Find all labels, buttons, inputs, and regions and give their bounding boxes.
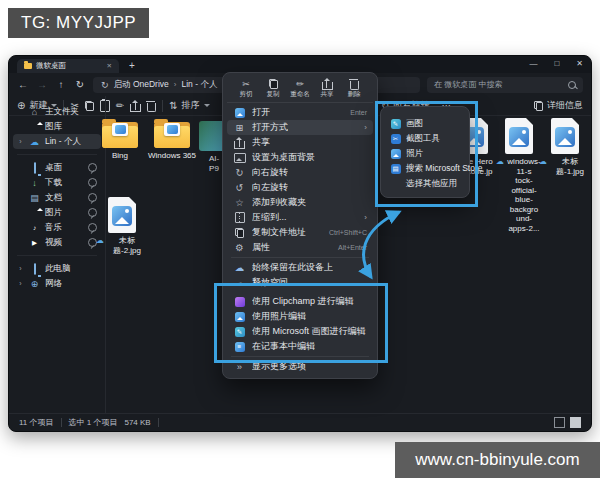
file-bing[interactable]: Bing [95,119,145,161]
menu-item-open[interactable]: 打开 Enter [227,105,373,120]
pin-icon[interactable] [88,163,97,172]
menu-item-set-wallpaper[interactable]: 设置为桌面背景 [227,150,373,165]
pc-icon [29,264,40,274]
sidebar-item-music[interactable]: ♪ 音乐 [13,220,101,235]
menu-item-rotate-left[interactable]: ↺ 向左旋转 [227,180,373,195]
search-input[interactable]: 在 微软桌面 中搜索 [427,77,583,93]
tab-close-icon[interactable]: ✕ [101,62,112,70]
sidebar-item-pictures[interactable]: 图片 [13,205,101,220]
tab-desktop[interactable]: 微软桌面 ✕ [17,59,119,73]
sidebar-item-label: 图库 [45,121,62,133]
sidebar-item-gallery[interactable]: 图库 [13,119,101,134]
wallpaper-icon [233,153,246,163]
sidebar: ⌂ 主文件夹 图库 › ☁ Lin - 个人 桌面 [9,96,106,414]
folder-icon [102,119,138,148]
rename-button[interactable]: ✏ 重命名 [287,78,313,99]
cloud-status-icon: ☁ [496,157,504,166]
chevron-right-icon[interactable]: › [17,265,24,272]
sidebar-item-label: 下载 [45,177,62,189]
menu-item-share[interactable]: 共享 [227,135,373,150]
tab-bar: 微软桌面 ✕ + — □ ✕ [9,56,591,73]
folder-icon [154,119,190,148]
rotate-left-icon: ↺ [233,183,246,193]
menu-item-rotate-right[interactable]: ↻ 向右旋转 [227,165,373,180]
file-untitled1[interactable]: ☁未标题-1.jpg [539,118,591,176]
copy-button[interactable]: 复制 [260,78,286,99]
back-arrow-icon[interactable]: ← [17,79,29,90]
item-count: 11 个项目 [19,417,54,428]
sidebar-item-label: Lin - 个人 [45,136,81,148]
rotate-right-icon: ↻ [233,168,246,178]
page: TG: MYYJJPP 微软桌面 ✕ + — □ ✕ ← → ↑ ↻ ↻ 启动 [0,0,600,480]
refresh-icon[interactable]: ↻ [74,79,86,90]
share-icon [233,137,246,149]
maximize-button[interactable]: □ [554,57,559,71]
delete-icon [350,78,359,89]
chevron-right-icon[interactable]: › [17,280,24,287]
close-button[interactable]: ✕ [576,57,583,71]
chevron-right-icon: › [364,123,367,132]
sidebar-item-home[interactable]: ⌂ 主文件夹 [13,104,101,119]
sync-icon: ↻ [101,80,109,90]
file-windows11-stock[interactable]: ☁windows-11-s tock-official- blue-backgr… [496,118,542,233]
sidebar-item-desktop[interactable]: 桌面 [13,160,101,175]
sidebar-item-label: 音乐 [45,222,62,234]
sidebar-item-downloads[interactable]: ↓ 下载 [13,175,101,190]
rename-icon: ✏ [296,78,304,89]
photos-app-icon [233,108,246,118]
selection-count: 选中 1 个项目 [69,417,118,428]
quick-actions: ✂ 剪切 复制 ✏ 重命名 共享 删除 [227,76,373,103]
sidebar-item-thispc[interactable]: › 此电脑 [13,261,101,276]
sidebar-item-label: 视频 [45,237,62,249]
show-more-icon: » [233,362,246,372]
file-windows365[interactable]: Windows 365 [145,119,199,161]
details-view-icon[interactable] [554,417,565,428]
cloud-status-icon: ☁ [539,157,547,166]
highlight-box-edit-options [214,283,388,363]
search-icon [568,81,576,89]
window-controls: — □ ✕ [529,57,583,71]
up-arrow-icon[interactable]: ↑ [55,79,67,90]
sidebar-item-videos[interactable]: ▶ 视频 [13,235,101,250]
sidebar-item-onedrive[interactable]: › ☁ Lin - 个人 [13,134,101,149]
image-file-icon [505,118,533,154]
delete-button[interactable]: 删除 [341,78,367,99]
open-with-icon: ⊞ [233,123,246,133]
menu-item-open-with[interactable]: ⊞ 打开方式 › [227,120,373,135]
tab-title: 微软桌面 [36,61,66,71]
sidebar-item-network[interactable]: › ⊕ 网络 [13,276,101,291]
annotation-arrow [345,198,415,290]
forward-arrow-icon[interactable]: → [36,79,48,90]
chevron-right-icon[interactable]: › [17,138,24,145]
sidebar-item-documents[interactable]: ▤ 文档 [13,190,101,205]
share-icon [322,78,333,89]
copy-path-icon [233,228,246,238]
sidebar-item-label: 文档 [45,192,62,204]
desktop-icon [29,163,40,173]
watermark: www.cn-bbinyule.com [395,442,600,478]
share-button[interactable]: 共享 [314,78,340,99]
documents-icon: ▤ [29,193,40,203]
tg-badge: TG: MYYJJPP [8,8,149,38]
new-tab-button[interactable]: + [129,59,135,73]
divider [61,418,62,427]
cut-button[interactable]: ✂ 剪切 [233,78,259,99]
minimize-button[interactable]: — [529,57,537,71]
image-file-icon [108,197,136,233]
sidebar-item-label: 桌面 [45,162,62,174]
view-toggles [554,417,581,428]
breadcrumb-item-onedrive[interactable]: 启动 OneDrive [114,79,169,91]
file-untitled2[interactable]: ☁未标题-2.jpg [96,197,148,255]
image-file-icon [551,118,579,154]
cloud-status-icon: ☁ [96,236,104,245]
breadcrumb-item-lin[interactable]: Lin - 个人 [181,79,217,91]
icons-view-icon[interactable] [570,417,581,428]
downloads-icon: ↓ [29,178,40,188]
cloud-keep-icon: ☁ [233,263,246,273]
cut-icon: ✂ [242,78,250,89]
selection-size: 574 KB [124,418,150,427]
home-icon: ⌂ [29,107,40,117]
status-bar: 11 个项目 选中 1 个项目 574 KB [9,413,591,431]
pin-icon[interactable] [88,178,97,187]
highlight-box-submenu [375,101,478,207]
